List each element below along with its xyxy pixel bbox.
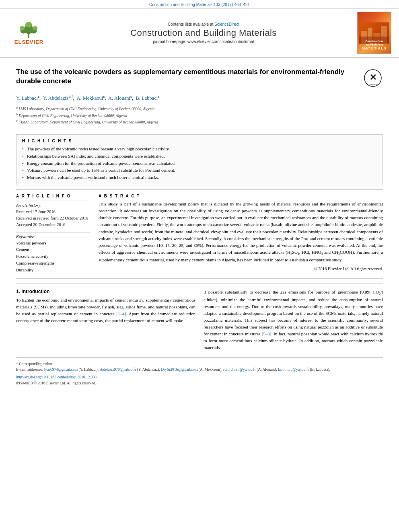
svg-point-6 — [25, 22, 32, 27]
keywords-label: Keywords: — [16, 234, 90, 239]
divider-after-affiliations — [16, 130, 383, 130]
accepted-date: Accepted 20 December 2016 — [16, 222, 90, 228]
email-abdelaziz[interactable]: abdelaziz970@yahoo.fr — [100, 368, 136, 372]
email-alouani[interactable]: rdmrdm80@yahoo.fr — [223, 368, 256, 372]
intro-col-left: 1. Introduction To lighten the economic … — [16, 289, 195, 351]
footer-section: * Corresponding author. E-mail addresses… — [16, 357, 383, 390]
issn-copyright: 0950-0618/© 2016 Elsevier Ltd. All right… — [16, 381, 96, 385]
abstract-title: A B S T R A C T — [99, 194, 383, 198]
introduction-heading: 1. Introduction — [16, 289, 195, 294]
keyword-2: Cement — [16, 246, 90, 253]
affiliation-c: c FIMAS Laboratory, Department of Civil … — [16, 119, 383, 125]
authors-section: Y. Labbacia, Y. Abdelazizb,*, A. Mekkaou… — [16, 91, 383, 103]
article-info-title: A R T I C L E I N F O — [16, 194, 90, 198]
divider-after-abstract — [16, 278, 383, 279]
abstract-col: A B S T R A C T This study is part of a … — [99, 194, 383, 274]
email-labbaci[interactable]: lyas6974@gmail.com — [44, 368, 78, 372]
highlight-item-1: The powders of the volcanic rocks tested… — [22, 146, 377, 153]
ref-link-5-8[interactable]: [5–8] — [262, 331, 271, 336]
doi-link[interactable]: http://dx.doi.org/10.1016/j.conbuildmat.… — [16, 375, 97, 379]
crossmark-badge[interactable]: ✕ CrossMark — [363, 68, 383, 87]
article-title-area: The use of the volcanic powders as suppl… — [16, 68, 359, 86]
email-mekkaoui[interactable]: DrySr2016@gmail.com — [161, 368, 197, 372]
revised-date: Received in revised form 22 October 2016 — [16, 215, 90, 222]
highlight-item-3: Energy consumption for the production of… — [22, 160, 377, 167]
corresponding-label: * Corresponding author. — [16, 362, 53, 366]
contents-text: Contents lists available at — [168, 22, 213, 27]
keywords-section: Keywords: Volcanic powders Cement Pozzol… — [16, 232, 90, 274]
keyword-4: Compressive strengths — [16, 260, 90, 267]
sciencedirect-link[interactable]: ScienceDirect — [214, 22, 239, 27]
journal-cover-area: Construction and Building MATERIALS — [354, 12, 394, 54]
article-history: Article history: Received 17 June 2016 R… — [16, 201, 90, 228]
article-title-section: The use of the volcanic powders as suppl… — [16, 62, 383, 91]
journal-ref-text: Construction and Building Materials 133 … — [149, 2, 250, 7]
svg-text:✕: ✕ — [369, 72, 376, 82]
elsevier-logo: ELSEVIER — [13, 21, 45, 45]
email-addresses-line: E-mail addresses: lyas6974@gmail.com (Y.… — [16, 367, 383, 372]
page: Construction and Building Materials 133 … — [0, 0, 399, 532]
elsevier-logo-area: ELSEVIER — [5, 12, 53, 54]
authors-line: Y. Labbacia, Y. Abdelazizb,*, A. Mekkaou… — [16, 94, 383, 101]
journal-header: ELSEVIER Contents lists available at Sci… — [0, 8, 399, 58]
email-label: E-mail addresses: — [16, 368, 43, 372]
keyword-3: Pozzolanic activity — [16, 253, 90, 260]
highlights-list: The powders of the volcanic rocks tested… — [22, 146, 377, 181]
elsevier-tree-icon — [13, 21, 45, 39]
journal-title: Construction and Building Materials — [57, 28, 350, 38]
svg-point-5 — [33, 26, 37, 30]
affiliation-b: b Department of Civil Engineering, Unive… — [16, 112, 383, 119]
introduction-section: 1. Introduction To lighten the economic … — [16, 283, 383, 351]
keyword-5: Durability — [16, 267, 90, 274]
history-label: Article history: — [16, 203, 90, 207]
ref-link-1-4[interactable]: [1–4] — [116, 311, 126, 316]
author-labbaci-y[interactable]: Y. Labbaci — [16, 95, 38, 101]
intro-text-right: it possible substantially to decrease th… — [204, 289, 383, 351]
abstract-paragraph: This study is part of a sustainable deve… — [99, 201, 383, 263]
highlight-item-5: Mortars with the volcanic powder withsta… — [22, 174, 377, 181]
email-labbaci-b[interactable]: labomuro@yahoo.fr — [278, 368, 309, 372]
highlight-item-2: Relationships between SAI index and chem… — [22, 153, 377, 160]
affiliation-a: a LMS Laboratory, Department of Civil En… — [16, 105, 383, 112]
article-info-col: A R T I C L E I N F O Article history: R… — [16, 194, 90, 274]
journal-reference-bar: Construction and Building Materials 133 … — [0, 0, 399, 8]
svg-point-4 — [20, 26, 25, 30]
affiliations-section: a LMS Laboratory, Department of Civil En… — [16, 103, 383, 127]
copyright-notice: © 2016 Elsevier Ltd. All rights reserved… — [99, 266, 383, 272]
main-content: The use of the volcanic powders as suppl… — [0, 58, 399, 394]
intro-text-left: To lighten the economic and environmenta… — [16, 297, 195, 324]
author-labbaci-b[interactable]: B. Labbaci — [136, 95, 158, 101]
highlights-section: H I G H L I G H T S The powders of the v… — [16, 134, 383, 185]
author-alouani[interactable]: A. Alouani — [108, 95, 130, 101]
author-abdelaziz[interactable]: Y. Abdelaziz — [43, 95, 69, 101]
received-date: Received 17 June 2016 — [16, 209, 90, 215]
elsevier-wordmark: ELSEVIER — [14, 39, 43, 45]
article-info-abstract-section: A R T I C L E I N F O Article history: R… — [16, 189, 383, 274]
keyword-1: Volcanic powders — [16, 240, 90, 247]
crossmark-icon: ✕ CrossMark — [364, 69, 382, 87]
journal-header-center: Contents lists available at ScienceDirec… — [57, 12, 350, 54]
journal-homepage: journal homepage: www.elsevier.com/locat… — [57, 39, 350, 44]
intro-col-right: it possible substantially to decrease th… — [204, 289, 383, 351]
corresponding-author-note: * Corresponding author. — [16, 361, 383, 367]
svg-text:CrossMark: CrossMark — [367, 83, 379, 86]
highlight-item-4: Volcanic powders can be used up to 15% a… — [22, 167, 377, 174]
contents-available-line: Contents lists available at ScienceDirec… — [57, 22, 350, 27]
highlights-title: H I G H L I G H T S — [22, 139, 377, 143]
journal-cover-image: Construction and Building MATERIALS — [357, 12, 391, 54]
abstract-text: This study is part of a sustainable deve… — [99, 201, 383, 272]
article-title: The use of the volcanic powders as suppl… — [16, 68, 359, 86]
author-mekkaoui[interactable]: A. Mekkaoui — [76, 95, 103, 101]
